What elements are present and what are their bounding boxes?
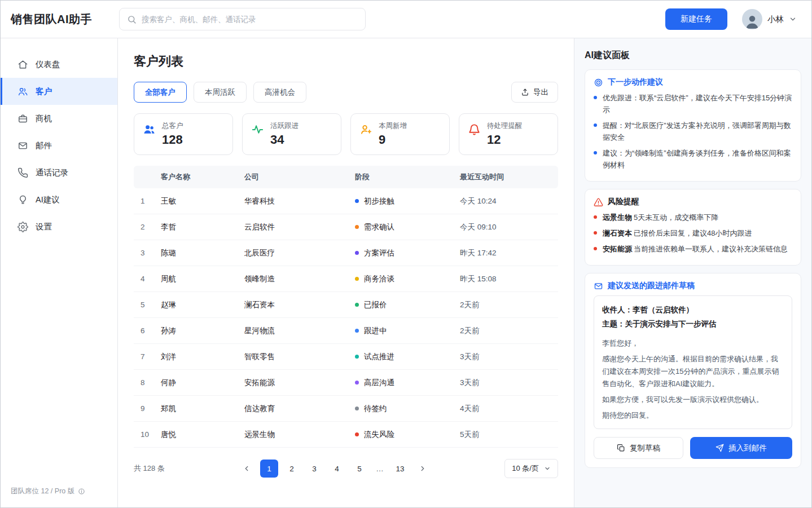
next-page-button[interactable] bbox=[414, 460, 432, 478]
stage-dot bbox=[355, 407, 359, 410]
sidebar-item-label: 设置 bbox=[36, 222, 52, 232]
sidebar-item-dashboard[interactable]: 仪表盘 bbox=[1, 51, 117, 78]
copy-draft-button[interactable]: 复制草稿 bbox=[594, 437, 683, 459]
page-size-label: 10 条/页 bbox=[512, 463, 539, 474]
last-interaction-time: 2天前 bbox=[460, 326, 558, 336]
risk-detail: 5天未互动，成交概率下降 bbox=[634, 213, 718, 222]
row-index: 2 bbox=[134, 223, 161, 231]
page-button-5[interactable]: 5 bbox=[350, 460, 368, 478]
page-button-13[interactable]: 13 bbox=[391, 460, 409, 478]
table-row[interactable]: 7 刘洋 智联零售 试点推进 3天前 bbox=[134, 344, 558, 370]
stat-card-total-customers: 总客户 128 bbox=[134, 113, 233, 155]
suggestion-text: 建议：为“领峰制造”创建商务谈判任务，准备价格区间和案例材料 bbox=[603, 147, 792, 171]
ai-panel: AI建议面板 下一步动作建议 优先跟进：联系“云启软件”，建议在今天下午安排15… bbox=[574, 38, 811, 507]
insert-to-email-button[interactable]: 插入到邮件 bbox=[690, 437, 792, 459]
next-actions-title: 下一步动作建议 bbox=[608, 77, 663, 87]
mail-icon bbox=[17, 140, 28, 151]
table-row[interactable]: 3 陈璐 北辰医疗 方案评估 昨天 17:42 bbox=[134, 240, 558, 266]
stat-value: 12 bbox=[487, 132, 523, 147]
warning-triangle-icon bbox=[594, 197, 603, 207]
page-button-1[interactable]: 1 bbox=[260, 460, 278, 478]
sidebar-item-opportunities[interactable]: 商机 bbox=[1, 105, 117, 132]
stat-label: 总客户 bbox=[162, 121, 183, 131]
table-row[interactable]: 1 王敏 华睿科技 初步接触 今天 10:24 bbox=[134, 188, 558, 214]
stage-cell: 需求确认 bbox=[355, 222, 460, 232]
customer-name: 何静 bbox=[161, 378, 244, 388]
stage-cell: 跟进中 bbox=[355, 326, 460, 336]
filter-tabs: 全部客户 本周活跃 高潜机会 bbox=[134, 82, 306, 103]
page-button-3[interactable]: 3 bbox=[305, 460, 323, 478]
chevron-down-icon bbox=[789, 15, 797, 23]
risk-company: 安拓能源 bbox=[603, 245, 632, 253]
sidebar-item-label: AI建议 bbox=[36, 195, 60, 205]
customer-name: 王敏 bbox=[161, 196, 244, 206]
plan-info: 团队席位 12 / Pro 版 bbox=[11, 487, 85, 496]
tab-all-customers[interactable]: 全部客户 bbox=[134, 82, 187, 103]
table-row[interactable]: 9 郑凯 信达教育 待签约 4天前 bbox=[134, 396, 558, 422]
topbar: 销售团队AI助手 新建任务 小林 bbox=[1, 1, 811, 38]
info-icon[interactable] bbox=[78, 488, 85, 495]
table-row[interactable]: 6 孙涛 星河物流 跟进中 2天前 bbox=[134, 318, 558, 344]
bullet-dot bbox=[594, 151, 597, 154]
table-row[interactable]: 8 何静 安拓能源 高层沟通 3天前 bbox=[134, 370, 558, 396]
avatar[interactable] bbox=[742, 9, 762, 29]
pagination: 共 128 条 1 2 3 4 5 … 13 10 条/页 bbox=[134, 459, 558, 478]
stage-label: 已报价 bbox=[364, 300, 387, 310]
suggestion-text: 优先跟进：联系“云启软件”，建议在今天下午安排15分钟演示 bbox=[603, 92, 792, 116]
export-button[interactable]: 导出 bbox=[511, 82, 558, 103]
sidebar-item-customers[interactable]: 客户 bbox=[1, 78, 117, 105]
company-name: 云启软件 bbox=[244, 222, 355, 232]
suggestion-item: 建议：为“领峰制造”创建商务谈判任务，准备价格区间和案例材料 bbox=[594, 147, 792, 171]
customer-name: 刘洋 bbox=[161, 352, 244, 362]
sidebar-item-settings[interactable]: 设置 bbox=[1, 213, 117, 240]
stat-text: 待处理提醒 12 bbox=[487, 121, 523, 147]
sidebar-item-calls[interactable]: 通话记录 bbox=[1, 159, 117, 186]
stat-text: 总客户 128 bbox=[162, 121, 183, 147]
sidebar-item-mail[interactable]: 邮件 bbox=[1, 132, 117, 159]
risk-alerts-title: 风险提醒 bbox=[608, 197, 639, 207]
search-icon bbox=[127, 15, 137, 24]
tab-active-this-week[interactable]: 本周活跃 bbox=[194, 82, 247, 103]
prev-page-button[interactable] bbox=[238, 460, 256, 478]
company-name: 星河物流 bbox=[244, 326, 355, 336]
bullet-dot bbox=[594, 215, 597, 219]
table-row[interactable]: 2 李哲 云启软件 需求确认 今天 09:10 bbox=[134, 214, 558, 240]
page-size-select[interactable]: 10 条/页 bbox=[504, 459, 558, 478]
dashboard-icon bbox=[17, 59, 28, 70]
body-layout: 仪表盘 客户 商机 邮件 通话记录 AI建议 bbox=[1, 38, 811, 507]
new-task-button[interactable]: 新建任务 bbox=[665, 8, 727, 30]
user-menu[interactable]: 小林 bbox=[742, 9, 797, 29]
last-interaction-time: 今天 10:24 bbox=[460, 196, 558, 206]
customer-name: 孙涛 bbox=[161, 326, 244, 336]
page-button-4[interactable]: 4 bbox=[328, 460, 346, 478]
company-name: 华睿科技 bbox=[244, 196, 355, 206]
search-box[interactable] bbox=[119, 8, 366, 30]
risk-item: 远景生物5天未互动，成交概率下降 bbox=[594, 211, 792, 223]
table-row[interactable]: 4 周航 领峰制造 商务洽谈 昨天 15:08 bbox=[134, 266, 558, 292]
company-name: 北辰医疗 bbox=[244, 248, 355, 258]
row-index: 7 bbox=[134, 352, 161, 361]
sidebar-item-label: 仪表盘 bbox=[36, 59, 60, 70]
search-input[interactable] bbox=[142, 15, 358, 24]
user-plus-icon bbox=[359, 123, 372, 136]
sidebar-item-label: 通话记录 bbox=[36, 167, 68, 178]
last-interaction-time: 今天 09:10 bbox=[460, 222, 558, 232]
stat-value: 128 bbox=[162, 132, 183, 147]
email-body: 李哲您好， 感谢您今天上午的沟通。根据目前的需求确认结果，我们建议在本周安排一次… bbox=[602, 337, 784, 421]
mail-icon bbox=[594, 281, 603, 291]
stage-dot bbox=[355, 251, 359, 255]
risk-item: 安拓能源当前推进依赖单一联系人，建议补充决策链信息 bbox=[594, 243, 792, 255]
tab-high-potential[interactable]: 高潜机会 bbox=[253, 82, 306, 103]
sidebar-item-ai-suggestions[interactable]: AI建议 bbox=[1, 186, 117, 213]
risk-text: 安拓能源当前推进依赖单一联系人，建议补充决策链信息 bbox=[603, 243, 788, 255]
table-row[interactable]: 5 赵琳 澜石资本 已报价 2天前 bbox=[134, 292, 558, 318]
stage-cell: 待签约 bbox=[355, 404, 460, 414]
stat-value: 9 bbox=[379, 132, 407, 147]
sidebar-item-label: 客户 bbox=[36, 86, 52, 97]
customer-name: 赵琳 bbox=[161, 300, 244, 310]
table-row[interactable]: 10 唐悦 远景生物 流失风险 5天前 bbox=[134, 422, 558, 448]
company-name: 澜石资本 bbox=[244, 300, 355, 310]
last-interaction-time: 昨天 17:42 bbox=[460, 248, 558, 258]
page-button-2[interactable]: 2 bbox=[283, 460, 301, 478]
customers-icon bbox=[17, 86, 28, 97]
